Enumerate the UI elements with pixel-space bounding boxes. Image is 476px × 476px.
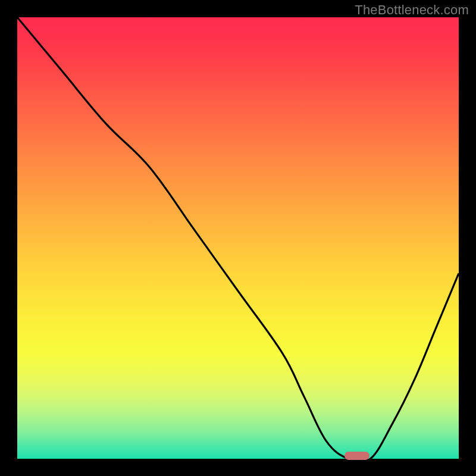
optimal-point-marker <box>345 452 369 460</box>
bottleneck-curve <box>17 17 459 459</box>
watermark-text: TheBottleneck.com <box>355 2 469 18</box>
curve-path <box>17 17 459 462</box>
